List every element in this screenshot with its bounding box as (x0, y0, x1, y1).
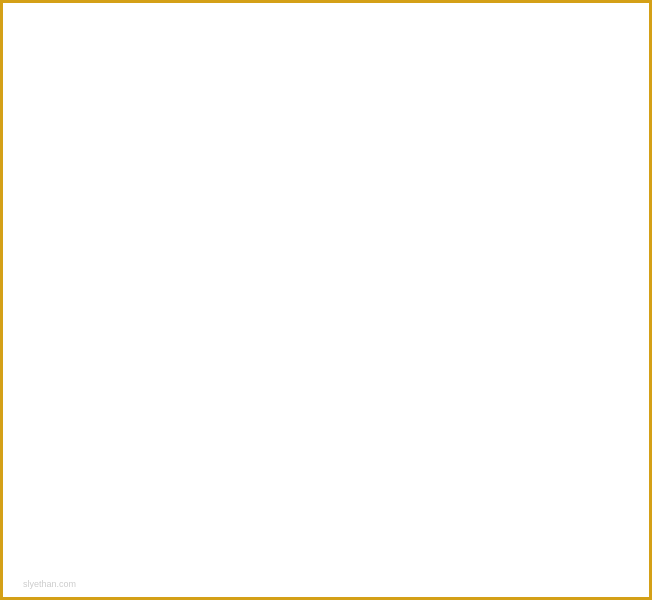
watermark: slyethan.com (23, 579, 76, 589)
